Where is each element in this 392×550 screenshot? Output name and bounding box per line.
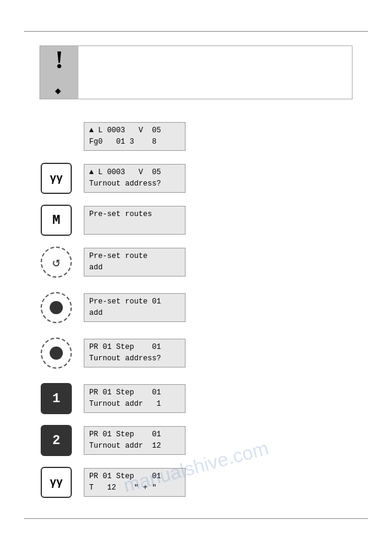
lcd-display-6: PR 01 Step 01 Turnout addr 1 [84, 384, 186, 413]
lcd-display-8: PR 01 Step 01 T 12 " + " [84, 468, 186, 497]
turnout-label-1: γγ [50, 172, 63, 184]
arrow-icon: ↺ [52, 254, 60, 271]
step-row-6: 1 PR 01 Step 01 Turnout addr 1 [39, 382, 353, 415]
bottom-divider [24, 518, 368, 519]
number-button-1[interactable]: 1 [41, 383, 72, 414]
step-row-3: ↺ Pre-set route add [39, 245, 353, 279]
step-icon-5 [39, 336, 73, 370]
step-row-5: PR 01 Step 01 Turnout address? [39, 336, 353, 370]
rotary-dot-dial-4[interactable] [41, 292, 72, 323]
number-label-2: 2 [52, 433, 60, 448]
turnout-label-8: γγ [50, 476, 63, 488]
step-row-1: γγ ▲ L 0003 V 05 Turnout address? [39, 162, 353, 195]
lcd-display-7: PR 01 Step 01 Turnout addr 12 [84, 426, 186, 455]
lcd-display-1: ▲ L 0003 V 05 Turnout address? [84, 164, 186, 193]
m-button[interactable]: M [41, 205, 72, 236]
center-dot-5 [50, 347, 63, 360]
steps-container: ▲ L 0003 V 05 Fg0 01 3 8 γγ ▲ L 0003 V 0… [39, 120, 353, 508]
step-row-8: γγ PR 01 Step 01 T 12 " + " [39, 466, 353, 499]
step-icon-8: γγ [39, 466, 73, 499]
no-icon-0 [39, 120, 73, 153]
step-icon-7: 2 [39, 424, 73, 457]
rotary-arrow-dial[interactable]: ↺ [41, 247, 72, 278]
turnout-button-1[interactable]: γγ [41, 163, 72, 194]
number-button-2[interactable]: 2 [41, 425, 72, 456]
exclamation-icon: !◆ [55, 47, 63, 98]
center-dot-4 [50, 301, 63, 314]
lcd-display-4: Pre-set route 01 add [84, 293, 186, 322]
step-icon-3: ↺ [39, 245, 73, 279]
step-icon-2: M [39, 203, 73, 237]
warning-icon-area: !◆ [40, 46, 78, 99]
step-icon-4 [39, 291, 73, 324]
warning-box: !◆ [39, 45, 353, 99]
step-row-2: M Pre-set routes [39, 203, 353, 237]
step-row-4: Pre-set route 01 add [39, 291, 353, 324]
step-row-0: ▲ L 0003 V 05 Fg0 01 3 8 [39, 120, 353, 153]
number-label-1: 1 [52, 391, 60, 406]
turnout-button-8[interactable]: γγ [41, 467, 72, 498]
warning-content [78, 46, 352, 99]
lcd-display-5: PR 01 Step 01 Turnout address? [84, 339, 186, 367]
rotary-dot-dial-5[interactable] [41, 338, 72, 369]
top-divider [24, 31, 368, 32]
lcd-display-0: ▲ L 0003 V 05 Fg0 01 3 8 [84, 122, 186, 151]
step-row-7: 2 PR 01 Step 01 Turnout addr 12 [39, 424, 353, 457]
step-icon-1: γγ [39, 162, 73, 195]
lcd-display-2: Pre-set routes [84, 206, 186, 235]
step-icon-6: 1 [39, 382, 73, 415]
lcd-display-3: Pre-set route add [84, 248, 186, 276]
m-label: M [52, 213, 60, 228]
